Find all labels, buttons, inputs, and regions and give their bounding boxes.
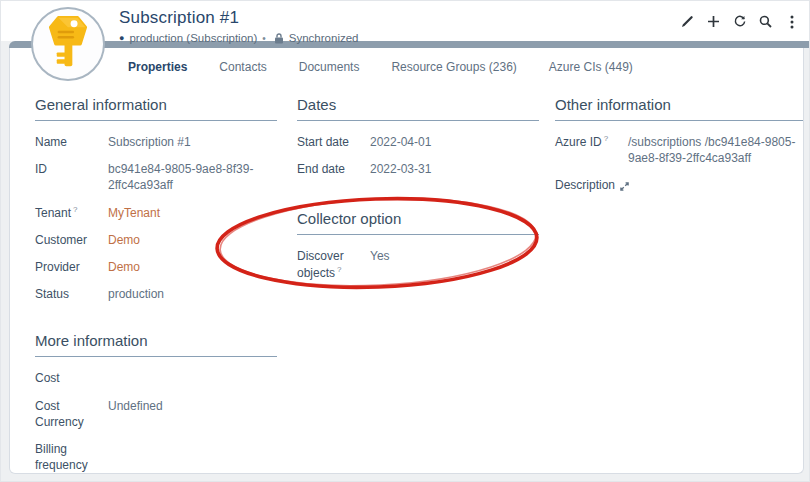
tenant-link[interactable]: MyTenant xyxy=(107,205,277,221)
expand-icon[interactable] xyxy=(620,182,629,191)
field-label: Name xyxy=(35,134,107,150)
pencil-icon[interactable] xyxy=(680,14,695,29)
field-label: Start date xyxy=(297,134,369,150)
page-title: Subscription #1 xyxy=(119,8,358,28)
field-label: Provider xyxy=(35,259,107,275)
field-customer: Customer Demo xyxy=(35,232,277,248)
field-value: /subscriptions /bc941e84-9805-9ae8-8f39-… xyxy=(627,134,803,166)
tab-properties[interactable]: Properties xyxy=(128,56,187,78)
tab-azure-cis[interactable]: Azure CIs (449) xyxy=(549,56,633,78)
column-other: Other information Azure ID? /subscriptio… xyxy=(555,96,803,205)
field-label: Cost Currency xyxy=(35,398,107,430)
field-label: Customer xyxy=(35,232,107,248)
tab-contacts[interactable]: Contacts xyxy=(219,56,266,78)
key-icon xyxy=(46,16,90,72)
field-label: Billing frequency xyxy=(35,441,107,473)
toolbar xyxy=(680,14,799,29)
field-provider: Provider Demo xyxy=(35,259,277,275)
field-tenant: Tenant? MyTenant xyxy=(35,205,277,221)
provider-link[interactable]: Demo xyxy=(107,259,277,275)
sync-label: Synchronized xyxy=(289,32,359,44)
field-start-date: Start date 2022-04-01 xyxy=(297,134,539,150)
field-value: production xyxy=(107,286,277,302)
tab-documents[interactable]: Documents xyxy=(299,56,360,78)
field-value: 2022-03-31 xyxy=(369,161,539,177)
field-description: Description xyxy=(555,177,803,193)
field-name: Name Subscription #1 xyxy=(35,134,277,150)
header: Subscription #1 ● production (Subscripti… xyxy=(119,8,358,44)
field-value xyxy=(629,177,803,193)
field-cost: Cost xyxy=(35,370,277,386)
separator-dot: • xyxy=(262,33,266,44)
refresh-icon[interactable] xyxy=(732,14,747,29)
field-label: Description xyxy=(555,177,629,193)
section-title: Dates xyxy=(297,96,539,121)
search-icon[interactable] xyxy=(758,14,773,29)
field-value xyxy=(107,441,277,473)
avatar xyxy=(31,7,105,81)
plus-icon[interactable] xyxy=(706,14,721,29)
field-cost-currency: Cost Currency Undefined xyxy=(35,398,277,430)
kebab-menu-icon[interactable] xyxy=(784,14,799,29)
help-mark: ? xyxy=(604,134,608,143)
section-title: Other information xyxy=(555,96,803,121)
status-text: production (Subscription) xyxy=(129,32,257,44)
section-title: More information xyxy=(35,332,277,357)
field-value: bc941e84-9805-9ae8-8f39-2ffc4ca93aff xyxy=(107,161,277,193)
field-value: Undefined xyxy=(107,398,277,430)
content-card: Properties Contacts Documents Resource G… xyxy=(9,48,804,474)
field-label: Cost xyxy=(35,370,107,386)
lock-icon xyxy=(274,33,284,44)
section-title: Collector option xyxy=(297,210,539,235)
section-general-information: General information Name Subscription #1… xyxy=(35,96,277,302)
field-label: Discover objects? xyxy=(297,248,369,280)
status-line: ● production (Subscription) • Synchroniz… xyxy=(119,32,358,44)
section-more-information: More information Cost Cost Currency Unde… xyxy=(35,332,277,473)
section-collector-option: Collector option Discover objects? Yes xyxy=(297,210,539,280)
section-other-information: Other information Azure ID? /subscriptio… xyxy=(555,96,803,194)
field-value xyxy=(107,370,277,386)
subscription-detail-page: Subscription #1 ● production (Subscripti… xyxy=(0,0,810,482)
field-status: Status production xyxy=(35,286,277,302)
field-label: ID xyxy=(35,161,107,193)
field-value: Subscription #1 xyxy=(107,134,277,150)
field-label: End date xyxy=(297,161,369,177)
help-mark: ? xyxy=(73,205,77,214)
help-mark: ? xyxy=(337,265,341,274)
field-label: Tenant? xyxy=(35,205,107,221)
field-billing-frequency: Billing frequency xyxy=(35,441,277,473)
column-dates: Dates Start date 2022-04-01 End date 202… xyxy=(297,96,539,292)
column-general: General information Name Subscription #1… xyxy=(35,96,277,482)
section-title: General information xyxy=(35,96,277,121)
status-dot-icon: ● xyxy=(119,34,124,43)
field-label: Azure ID? xyxy=(555,134,627,166)
tab-resource-groups[interactable]: Resource Groups (236) xyxy=(391,56,516,78)
customer-link[interactable]: Demo xyxy=(107,232,277,248)
field-id: ID bc941e84-9805-9ae8-8f39-2ffc4ca93aff xyxy=(35,161,277,193)
section-dates: Dates Start date 2022-04-01 End date 202… xyxy=(297,96,539,177)
field-discover-objects: Discover objects? Yes xyxy=(297,248,539,280)
tab-bar: Properties Contacts Documents Resource G… xyxy=(128,56,633,78)
field-end-date: End date 2022-03-31 xyxy=(297,161,539,177)
field-value: Yes xyxy=(369,248,539,280)
field-label: Status xyxy=(35,286,107,302)
field-azure-id: Azure ID? /subscriptions /bc941e84-9805-… xyxy=(555,134,803,166)
field-value: 2022-04-01 xyxy=(369,134,539,150)
